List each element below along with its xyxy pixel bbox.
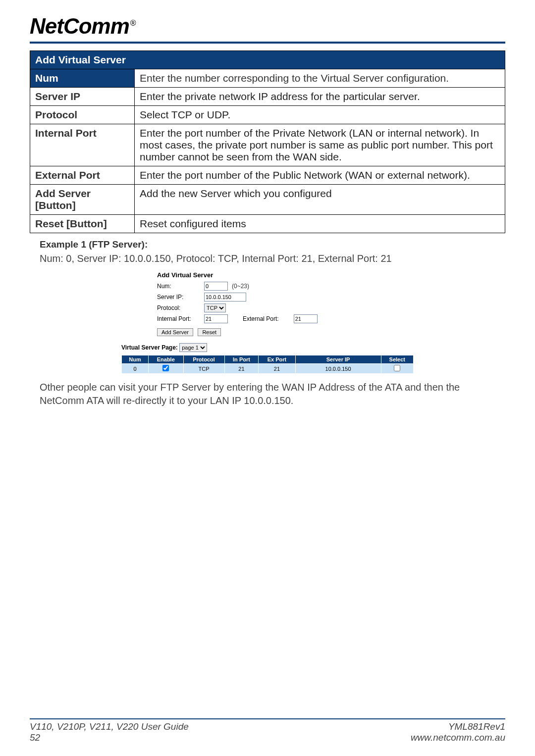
brand-registered: ® [130, 19, 136, 27]
def-row-label: Server IP [30, 88, 135, 106]
add-server-button[interactable]: Add Server [157, 328, 193, 336]
def-row-desc: Add the new Server which you configured [135, 185, 505, 215]
def-row-desc: Select TCP or UDP. [135, 106, 505, 124]
vs-th-select: Select [381, 355, 413, 364]
def-row-label: Protocol [30, 106, 135, 124]
protocol-select[interactable]: TCP [204, 303, 226, 312]
ui-title: Add Virtual Server [157, 271, 414, 279]
num-hint: (0~23) [232, 283, 249, 290]
external-port-input[interactable] [294, 314, 318, 323]
brand-text: NetComm [30, 14, 129, 38]
vs-th-protocol: Protocol [183, 355, 224, 364]
vs-th-export: Ex Port [259, 355, 295, 364]
vs-cell-inport: 21 [224, 364, 259, 374]
vs-cell-serverip: 10.0.0.150 [295, 364, 381, 374]
def-row-desc: Enter the number corresponding to the Vi… [135, 69, 505, 88]
def-row-label: Add Server [Button] [30, 185, 135, 215]
def-row-desc: Enter the port number of the Private Net… [135, 124, 505, 166]
footer-doc-rev: YML881Rev1 [411, 721, 505, 732]
def-row-label: Num [30, 69, 135, 88]
vs-page-label: Virtual Server Page: [121, 344, 178, 351]
internal-port-label: Internal Port: [157, 315, 204, 322]
external-port-label: External Port: [243, 315, 279, 322]
vs-th-serverip: Server IP [295, 355, 381, 364]
footer-guide-title: V110, V210P, V211, V220 User Guide [30, 721, 189, 732]
footer-page-number: 52 [30, 732, 189, 743]
page-footer: V110, V210P, V211, V220 User Guide 52 YM… [30, 718, 505, 743]
vs-select-checkbox[interactable] [394, 365, 400, 371]
embedded-ui-panel: Add Virtual Server Num: (0~23) Server IP… [121, 271, 414, 374]
num-input[interactable] [204, 282, 228, 291]
example-heading: Example 1 (FTP Server): [40, 239, 505, 250]
vs-th-inport: In Port [224, 355, 259, 364]
num-label: Num: [157, 283, 204, 290]
server-ip-label: Server IP: [157, 294, 204, 301]
vs-page-select[interactable]: page 1 [179, 343, 207, 352]
footer-rule [30, 718, 505, 719]
vs-cell-num: 0 [122, 364, 149, 374]
brand-rule [30, 42, 505, 44]
internal-port-input[interactable] [204, 314, 228, 323]
table-row: 0 TCP 21 21 10.0.0.150 [122, 364, 414, 374]
def-row-desc: Enter the private network IP address for… [135, 88, 505, 106]
vs-th-num: Num [122, 355, 149, 364]
after-text: Other people can visit your FTP Server b… [40, 381, 505, 407]
vs-cell-export: 21 [259, 364, 295, 374]
vs-enable-checkbox[interactable] [162, 365, 169, 371]
protocol-label: Protocol: [157, 304, 204, 311]
def-row-desc: Reset configured items [135, 215, 505, 233]
def-row-label: External Port [30, 166, 135, 185]
def-header: Add Virtual Server [30, 51, 505, 69]
brand-logo: NetComm® [30, 14, 505, 39]
vs-th-enable: Enable [148, 355, 183, 364]
def-row-label: Reset [Button] [30, 215, 135, 233]
footer-url: www.netcomm.com.au [411, 732, 505, 743]
def-row-desc: Enter the port number of the Public Netw… [135, 166, 505, 185]
vs-table: Num Enable Protocol In Port Ex Port Serv… [121, 355, 414, 374]
definition-table: Add Virtual Server Num Enter the number … [30, 50, 505, 233]
reset-button[interactable]: Reset [198, 328, 221, 336]
server-ip-input[interactable] [204, 293, 246, 302]
def-row-label: Internal Port [30, 124, 135, 166]
example-line: Num: 0, Server IP: 10.0.0.150, Protocol:… [40, 252, 505, 265]
vs-cell-protocol: TCP [183, 364, 224, 374]
